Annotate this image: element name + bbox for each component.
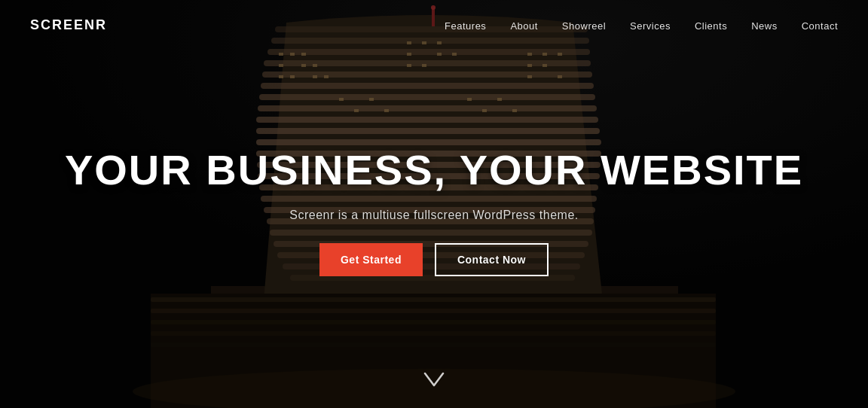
- nav-link-services[interactable]: Services: [630, 20, 671, 32]
- nav-item-services[interactable]: Services: [630, 19, 671, 32]
- hero-title: YOUR BUSINESS, YOUR WEBSITE: [65, 147, 803, 193]
- nav-item-about[interactable]: About: [510, 19, 537, 32]
- scroll-down-arrow[interactable]: [423, 372, 445, 393]
- nav-link-about[interactable]: About: [510, 20, 537, 32]
- nav-link-features[interactable]: Features: [445, 20, 486, 32]
- contact-now-button[interactable]: Contact Now: [435, 243, 549, 276]
- nav-links: Features About Showreel Services Clients…: [445, 19, 838, 32]
- hero-content: YOUR BUSINESS, YOUR WEBSITE Screenr is a…: [65, 147, 803, 276]
- brand-logo: SCREENR: [30, 17, 107, 33]
- hero-subtitle: Screenr is a multiuse fullscreen WordPre…: [289, 209, 578, 222]
- hero-section: SCREENR Features About Showreel Services…: [0, 0, 868, 408]
- nav-item-contact[interactable]: Contact: [802, 19, 838, 32]
- nav-item-news[interactable]: News: [751, 19, 778, 32]
- nav-item-clients[interactable]: Clients: [695, 19, 727, 32]
- nav-link-clients[interactable]: Clients: [695, 20, 727, 32]
- hero-buttons: Get Started Contact Now: [319, 243, 549, 276]
- get-started-button[interactable]: Get Started: [319, 243, 423, 276]
- nav-item-showreel[interactable]: Showreel: [562, 19, 606, 32]
- nav-link-news[interactable]: News: [751, 20, 778, 32]
- nav-link-showreel[interactable]: Showreel: [562, 20, 606, 32]
- nav-link-contact[interactable]: Contact: [802, 20, 838, 32]
- nav-item-features[interactable]: Features: [445, 19, 486, 32]
- navbar: SCREENR Features About Showreel Services…: [0, 0, 868, 50]
